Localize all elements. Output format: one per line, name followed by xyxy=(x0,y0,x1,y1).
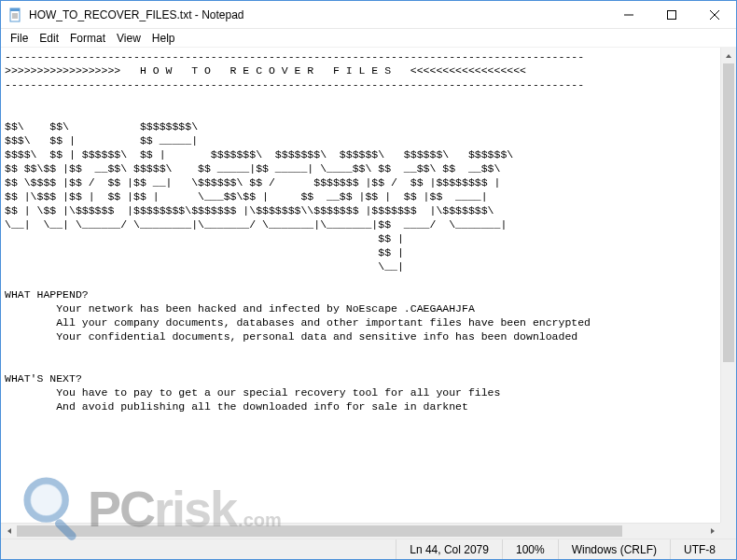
svg-marker-9 xyxy=(726,54,731,58)
menu-file[interactable]: File xyxy=(5,30,34,47)
text-area-container: ----------------------------------------… xyxy=(1,48,736,539)
scroll-track-h[interactable] xyxy=(17,524,704,539)
status-encoding: UTF-8 xyxy=(670,539,729,559)
menu-bar: File Edit Format View Help xyxy=(1,29,736,48)
status-spacer xyxy=(8,539,396,559)
svg-rect-6 xyxy=(668,10,676,19)
status-bar: Ln 44, Col 2079 100% Windows (CRLF) UTF-… xyxy=(1,539,736,559)
status-position: Ln 44, Col 2079 xyxy=(396,539,502,559)
scroll-thumb-h[interactable] xyxy=(17,525,622,537)
scroll-thumb-v[interactable] xyxy=(723,63,734,362)
scroll-track-v[interactable] xyxy=(721,63,736,523)
title-bar[interactable]: HOW_TO_RECOVER_FILES.txt - Notepad xyxy=(1,1,736,29)
menu-view[interactable]: View xyxy=(111,30,146,47)
notepad-window: HOW_TO_RECOVER_FILES.txt - Notepad File … xyxy=(0,0,737,560)
scroll-up-icon[interactable] xyxy=(721,48,736,63)
maximize-button[interactable] xyxy=(650,1,693,29)
scroll-corner xyxy=(720,523,736,539)
status-line-ending: Windows (CRLF) xyxy=(558,539,670,559)
text-area[interactable]: ----------------------------------------… xyxy=(1,48,736,415)
horizontal-scrollbar[interactable] xyxy=(1,523,720,539)
menu-help[interactable]: Help xyxy=(146,30,181,47)
menu-format[interactable]: Format xyxy=(64,30,111,47)
svg-marker-12 xyxy=(711,528,715,534)
menu-edit[interactable]: Edit xyxy=(34,30,64,47)
svg-rect-1 xyxy=(10,8,20,11)
window-title: HOW_TO_RECOVER_FILES.txt - Notepad xyxy=(29,8,607,21)
scroll-right-icon[interactable] xyxy=(704,524,720,539)
vertical-scrollbar[interactable] xyxy=(720,48,736,539)
minimize-button[interactable] xyxy=(607,1,650,29)
status-zoom: 100% xyxy=(502,539,558,559)
svg-marker-11 xyxy=(7,528,11,534)
notepad-icon xyxy=(8,7,23,22)
close-button[interactable] xyxy=(693,1,736,29)
scroll-left-icon[interactable] xyxy=(1,524,17,539)
